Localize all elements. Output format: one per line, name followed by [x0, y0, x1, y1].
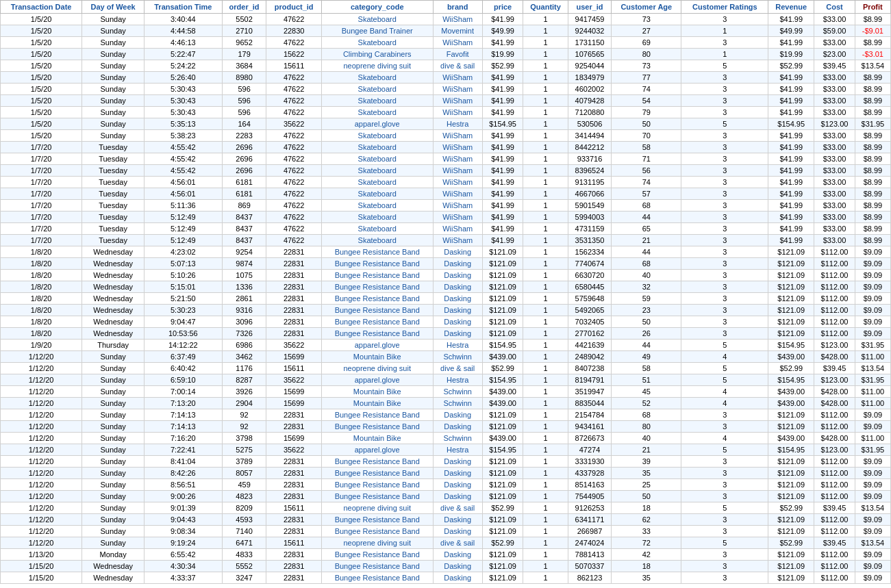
table-cell: WiiSham [433, 165, 482, 177]
table-cell: $13.54 [855, 537, 890, 549]
table-row: 1/8/20Wednesday10:53:56732622831Bungee R… [1, 328, 891, 340]
table-cell: 23 [612, 305, 681, 316]
table-cell: Tuesday [82, 142, 145, 153]
table-cell: 869 [222, 200, 266, 212]
table-cell: 15699 [266, 433, 321, 444]
table-cell: 1 [523, 49, 568, 60]
table-row: 1/12/20Sunday7:13:20290415699Mountain Bi… [1, 398, 891, 409]
table-cell: 1 [523, 37, 568, 49]
table-cell: 7:13:20 [144, 398, 222, 409]
table-cell: 1/9/20 [1, 340, 82, 351]
col-header-product-id[interactable]: product_id [266, 1, 321, 14]
table-cell: $41.99 [482, 165, 523, 177]
table-cell: Mountain Bike [321, 398, 433, 409]
table-cell: 40 [612, 433, 681, 444]
table-cell: $41.99 [768, 212, 814, 223]
table-cell: 1 [523, 328, 568, 340]
table-cell: 4:46:13 [144, 37, 222, 49]
col-header-order-id[interactable]: order_id [222, 1, 266, 14]
table-cell: $41.99 [768, 235, 814, 246]
table-cell: 1 [523, 177, 568, 188]
table-cell: 596 [222, 95, 266, 107]
table-cell: 1075 [222, 270, 266, 281]
table-cell: 3414494 [568, 130, 611, 142]
table-cell: $41.99 [768, 95, 814, 107]
table-cell: 57 [612, 188, 681, 200]
table-cell: $439.00 [768, 398, 814, 409]
col-header-price[interactable]: price [482, 1, 523, 14]
col-header-revenue[interactable]: Revenue [768, 1, 814, 14]
table-cell: 9:00:26 [144, 491, 222, 502]
table-cell: 1/12/20 [1, 363, 82, 374]
col-header-customer-age[interactable]: Customer Age [612, 1, 681, 14]
col-header-cost[interactable]: Cost [814, 1, 855, 14]
table-cell: 1/13/20 [1, 549, 82, 561]
table-cell: 1 [523, 398, 568, 409]
table-cell: 18 [612, 561, 681, 572]
table-cell: 22831 [266, 421, 321, 433]
table-cell: 6181 [222, 177, 266, 188]
col-header-customer-ratings[interactable]: Customer Ratings [681, 1, 768, 14]
table-cell: 7:00:14 [144, 386, 222, 398]
table-cell: Bungee Resistance Band [321, 409, 433, 421]
table-cell: $121.09 [768, 514, 814, 526]
table-cell: Bungee Resistance Band [321, 293, 433, 305]
table-cell: $41.99 [482, 130, 523, 142]
table-cell: $8.99 [855, 14, 890, 25]
table-cell: Bungee Resistance Band [321, 281, 433, 293]
table-cell: $428.00 [814, 351, 855, 363]
table-cell: 5:10:26 [144, 270, 222, 281]
table-cell: Bungee Resistance Band [321, 456, 433, 468]
table-cell: 862123 [568, 572, 611, 584]
table-cell: $41.99 [768, 107, 814, 118]
table-cell: $121.09 [482, 246, 523, 258]
col-header-transaction-time[interactable]: Transation Time [144, 1, 222, 14]
table-cell: 1/5/20 [1, 25, 82, 37]
table-cell: 596 [222, 84, 266, 95]
table-cell: 4 [681, 386, 768, 398]
table-cell: 1 [523, 246, 568, 258]
table-cell: $8.99 [855, 37, 890, 49]
table-cell: 8726673 [568, 433, 611, 444]
table-cell: 1 [523, 549, 568, 561]
table-row: 1/8/20Wednesday5:10:26107522831Bungee Re… [1, 270, 891, 281]
table-cell: 47622 [266, 223, 321, 235]
table-cell: Wednesday [82, 293, 145, 305]
table-cell: 3 [681, 281, 768, 293]
col-header-transaction-date[interactable]: Transaction Date [1, 1, 82, 14]
table-cell: 69 [612, 37, 681, 49]
table-cell: 47622 [266, 153, 321, 165]
table-cell: 4602002 [568, 84, 611, 95]
table-cell: 1/12/20 [1, 386, 82, 398]
table-cell: 21 [612, 444, 681, 456]
table-cell: Sunday [82, 72, 145, 84]
table-cell: apparel.glove [321, 444, 433, 456]
table-cell: 1076565 [568, 49, 611, 60]
col-header-category-code[interactable]: category_code [321, 1, 433, 14]
table-cell: 3531350 [568, 235, 611, 246]
table-cell: Dasking [433, 409, 482, 421]
table-row: 1/8/20Wednesday5:07:13987422831Bungee Re… [1, 258, 891, 270]
table-cell: 22831 [266, 293, 321, 305]
col-header-profit[interactable]: Profit [855, 1, 890, 14]
table-cell: 5 [681, 502, 768, 514]
table-cell: $121.09 [768, 409, 814, 421]
table-cell: apparel.glove [321, 374, 433, 386]
table-cell: 1/8/20 [1, 270, 82, 281]
header-row: Transaction Date Day of Week Transation … [1, 1, 891, 14]
table-cell: $41.99 [768, 130, 814, 142]
col-header-quantity[interactable]: Quantity [523, 1, 568, 14]
table-cell: $428.00 [814, 386, 855, 398]
table-cell: 1 [523, 258, 568, 270]
table-row: 1/8/20Wednesday5:21:50286122831Bungee Re… [1, 293, 891, 305]
table-cell: -$3.01 [855, 49, 890, 60]
table-cell: $9.09 [855, 305, 890, 316]
table-cell: $121.09 [482, 316, 523, 328]
col-header-user-id[interactable]: user_id [568, 1, 611, 14]
table-cell: $33.00 [814, 223, 855, 235]
table-cell: Climbing Carabiners [321, 49, 433, 60]
table-cell: $154.95 [768, 374, 814, 386]
col-header-day-of-week[interactable]: Day of Week [82, 1, 145, 14]
table-cell: 1 [523, 374, 568, 386]
col-header-brand[interactable]: brand [433, 1, 482, 14]
